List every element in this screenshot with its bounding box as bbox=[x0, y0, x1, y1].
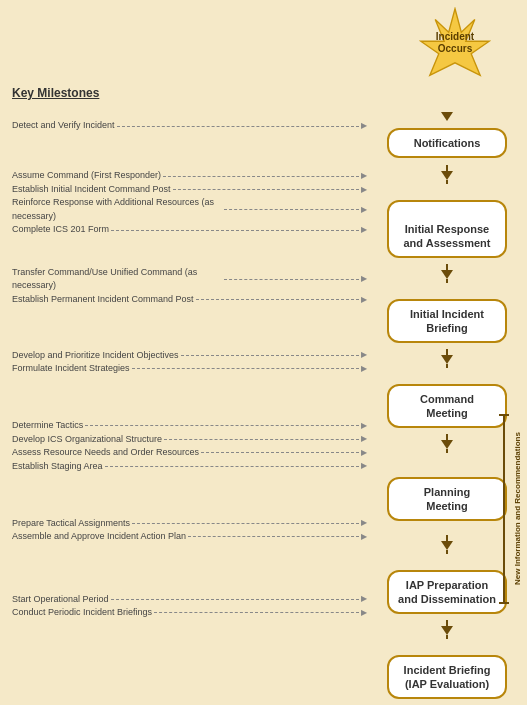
dash-line bbox=[154, 612, 359, 613]
ms-text: Assemble and Approve Incident Action Pla… bbox=[12, 530, 186, 544]
ms-item: Establish Initial Incident Command Post … bbox=[12, 183, 367, 197]
dash-line bbox=[132, 523, 359, 524]
flowbox-initial-briefing-wrap: Initial IncidentBriefing bbox=[387, 293, 507, 349]
page: Incident Occurs Key Milestones Detect an… bbox=[0, 0, 527, 705]
arrow: ▶ bbox=[361, 420, 367, 432]
arrow: ▶ bbox=[361, 184, 367, 196]
ms-text: Establish Initial Incident Command Post bbox=[12, 183, 171, 197]
arrow: ▶ bbox=[361, 517, 367, 529]
ms-item: Prepare Tactical Assignments ▶ bbox=[12, 517, 367, 531]
arrow: ▶ bbox=[361, 170, 367, 182]
arrow: ▶ bbox=[361, 349, 367, 361]
dash-line bbox=[105, 466, 359, 467]
new-info-text: New Information and Recommendations bbox=[513, 433, 523, 586]
starburst-container: Incident Occurs bbox=[415, 8, 495, 78]
ms-item: Assemble and Approve Incident Action Pla… bbox=[12, 530, 367, 544]
ms-group-notifications: Detect and Verify Incident ▶ bbox=[12, 104, 367, 148]
connector-line bbox=[446, 449, 448, 453]
arrow: ▶ bbox=[361, 273, 367, 285]
starburst: Incident Occurs bbox=[419, 7, 491, 79]
flowbox-notifications: Notifications bbox=[387, 128, 507, 158]
ms-group-planning-meeting: Determine Tactics ▶ Develop ICS Organiza… bbox=[12, 410, 367, 482]
dash-line bbox=[188, 536, 359, 537]
key-milestones-title: Key Milestones bbox=[12, 86, 519, 100]
arrow: ▶ bbox=[361, 120, 367, 132]
ms-group-initial-briefing: Transfer Command/Use Unified Command (as… bbox=[12, 258, 367, 314]
flowbox-planning-meeting: PlanningMeeting bbox=[387, 477, 507, 522]
flowbox-initial-briefing: Initial IncidentBriefing bbox=[387, 299, 507, 344]
ms-text: Conduct Periodic Incident Briefings bbox=[12, 606, 152, 620]
dash-line bbox=[224, 279, 359, 280]
arrow-down-icon bbox=[441, 355, 453, 364]
bracket-bottom bbox=[499, 602, 509, 604]
dash-line bbox=[111, 230, 359, 231]
arrow: ▶ bbox=[361, 294, 367, 306]
dash-line bbox=[173, 189, 359, 190]
ms-text: Establish Permanent Incident Command Pos… bbox=[12, 293, 194, 307]
ms-text: Detect and Verify Incident bbox=[12, 119, 115, 133]
spacer bbox=[12, 558, 367, 578]
flowbox-iap-prep-label: IAP Preparationand Dissemination bbox=[398, 579, 496, 605]
arrow: ▶ bbox=[361, 363, 367, 375]
flowbox-incident-briefing-wrap: Incident Briefing(IAP Evaluation) bbox=[387, 649, 507, 705]
ms-group-initial-response: Assume Command (First Responder) ▶ Estab… bbox=[12, 168, 367, 238]
ms-item: Develop ICS Organizational Structure ▶ bbox=[12, 433, 367, 447]
flowbox-incident-briefing: Incident Briefing(IAP Evaluation) bbox=[387, 655, 507, 700]
ms-group-incident-briefing: Start Operational Period ▶ Conduct Perio… bbox=[12, 578, 367, 634]
ms-item: Assume Command (First Responder) ▶ bbox=[12, 169, 367, 183]
arrow-down-icon bbox=[441, 440, 453, 449]
ms-item: Formulate Incident Strategies ▶ bbox=[12, 362, 367, 376]
arrow: ▶ bbox=[361, 204, 367, 216]
ms-text: Assess Resource Needs and Order Resource… bbox=[12, 446, 199, 460]
ms-item: Reinforce Response with Additional Resou… bbox=[12, 196, 367, 223]
spacer bbox=[12, 148, 367, 168]
arrow: ▶ bbox=[361, 607, 367, 619]
arrow: ▶ bbox=[361, 224, 367, 236]
starburst-text: Incident Occurs bbox=[436, 31, 474, 55]
flowbox-iap-prep: IAP Preparationand Dissemination bbox=[387, 570, 507, 615]
spacer bbox=[12, 482, 367, 502]
ms-item: Assess Resource Needs and Order Resource… bbox=[12, 446, 367, 460]
ms-text: Develop ICS Organizational Structure bbox=[12, 433, 162, 447]
flowbox-initial-response: Initial Responseand Assessment bbox=[387, 200, 507, 259]
flowbox-command-meeting-wrap: CommandMeeting bbox=[387, 378, 507, 434]
flowbox-notifications-wrap: Notifications bbox=[387, 121, 507, 165]
flowbox-command-meeting-label: CommandMeeting bbox=[420, 393, 474, 419]
ms-group-iap-prep: Prepare Tactical Assignments ▶ Assemble … bbox=[12, 502, 367, 558]
ms-text: Formulate Incident Strategies bbox=[12, 362, 130, 376]
ms-text: Start Operational Period bbox=[12, 593, 109, 607]
ms-text: Prepare Tactical Assignments bbox=[12, 517, 130, 531]
ms-item: Start Operational Period ▶ bbox=[12, 593, 367, 607]
new-info-label: New Information and Recommendations bbox=[511, 414, 525, 604]
dash-line bbox=[224, 209, 359, 210]
ms-item: Establish Staging Area ▶ bbox=[12, 460, 367, 474]
arrow-down-icon bbox=[441, 626, 453, 635]
flowchart-column: Notifications Initial Responseand Assess… bbox=[373, 104, 521, 705]
bracket-vert bbox=[503, 416, 505, 602]
dash-line bbox=[164, 439, 359, 440]
flowbox-planning-meeting-label: PlanningMeeting bbox=[424, 486, 470, 512]
milestones-column: Detect and Verify Incident ▶ Assume Comm… bbox=[12, 104, 373, 705]
flowbox-initial-briefing-label: Initial IncidentBriefing bbox=[410, 308, 484, 334]
ms-text: Develop and Prioritize Incident Objectiv… bbox=[12, 349, 179, 363]
flowbox-initial-response-label: Initial Responseand Assessment bbox=[403, 223, 490, 249]
connector-line bbox=[446, 364, 448, 368]
flowbox-notifications-label: Notifications bbox=[414, 137, 481, 149]
flowbox-planning-meeting-wrap: PlanningMeeting bbox=[387, 463, 507, 535]
dash-line bbox=[181, 355, 359, 356]
bracket-line-group bbox=[499, 414, 509, 604]
dash-line bbox=[111, 599, 359, 600]
flowbox-iap-prep-wrap: IAP Preparationand Dissemination bbox=[387, 564, 507, 620]
arrow-down-icon bbox=[441, 171, 453, 180]
dash-line bbox=[85, 425, 359, 426]
dash-line bbox=[201, 452, 359, 453]
arrow: ▶ bbox=[361, 447, 367, 459]
ms-item: Complete ICS 201 Form ▶ bbox=[12, 223, 367, 237]
connector-line bbox=[446, 180, 448, 184]
arrow: ▶ bbox=[361, 593, 367, 605]
flowbox-incident-briefing-label: Incident Briefing(IAP Evaluation) bbox=[404, 664, 491, 690]
dash-line bbox=[117, 126, 359, 127]
arrow-down-icon bbox=[441, 541, 453, 550]
ms-item: Transfer Command/Use Unified Command (as… bbox=[12, 266, 367, 293]
ms-group-command-meeting: Develop and Prioritize Incident Objectiv… bbox=[12, 334, 367, 390]
